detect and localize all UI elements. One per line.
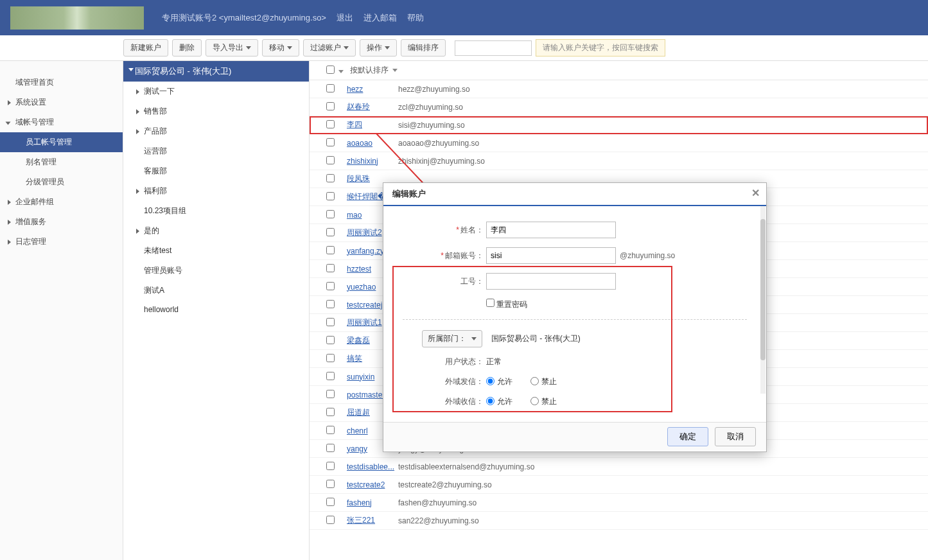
row-checkbox[interactable]: [326, 426, 347, 436]
row-checkbox[interactable]: [326, 408, 347, 418]
mail-suffix: @zhuyuming.so: [620, 251, 675, 260]
move-button[interactable]: 移动: [262, 39, 299, 57]
tree-item[interactable]: 未绪test: [123, 241, 309, 261]
nav-subitem[interactable]: 分级管理员: [0, 172, 123, 192]
row-username[interactable]: 赵春玲: [347, 101, 398, 112]
reset-pwd-checkbox[interactable]: 重置密码: [486, 299, 527, 310]
nav-item[interactable]: 增值服务: [0, 212, 123, 232]
table-row: 赵春玲zcl@zhuyuming.so: [310, 98, 928, 116]
row-checkbox[interactable]: [326, 444, 347, 454]
mail-input[interactable]: [486, 247, 616, 264]
name-label: 姓名：: [460, 225, 484, 234]
row-username[interactable]: testcreate2: [347, 480, 398, 489]
nav-item[interactable]: 域管理首页: [0, 73, 123, 92]
row-email: fashen@zhuyuming.so: [398, 498, 477, 507]
row-checkbox[interactable]: [326, 480, 347, 490]
tree-item[interactable]: 管理员账号: [123, 261, 309, 281]
select-all-checkbox[interactable]: [326, 66, 344, 76]
nav-subitem[interactable]: 别名管理: [0, 152, 123, 172]
row-checkbox[interactable]: [326, 246, 347, 256]
cancel-button[interactable]: 取消: [715, 427, 756, 446]
mail-label: 邮箱账号：: [445, 251, 484, 260]
row-checkbox[interactable]: [326, 282, 347, 292]
keyword-input[interactable]: [455, 40, 532, 56]
edit-account-dialog: 编辑账户 ✕ *姓名： *邮箱账号： @zhuyuming.so 工号： 重置密…: [383, 182, 767, 452]
row-checkbox[interactable]: [326, 354, 347, 364]
tree-header[interactable]: 国际贸易公司 - 张伟(大卫): [123, 61, 309, 82]
row-checkbox[interactable]: [326, 138, 347, 148]
recv-allow-radio[interactable]: 允许: [486, 396, 512, 407]
tree-item[interactable]: 测试A: [123, 281, 309, 301]
send-allow-radio[interactable]: 允许: [486, 376, 512, 387]
row-username[interactable]: fashenj: [347, 498, 398, 507]
row-username[interactable]: aoaoao: [347, 139, 398, 148]
row-checkbox[interactable]: [326, 318, 347, 328]
row-checkbox[interactable]: [326, 300, 347, 310]
row-checkbox[interactable]: [326, 228, 347, 238]
nav-item[interactable]: 企业邮件组: [0, 192, 123, 212]
row-checkbox[interactable]: [326, 102, 347, 112]
nav-item[interactable]: 日志管理: [0, 232, 123, 252]
row-checkbox[interactable]: [326, 156, 347, 166]
row-checkbox[interactable]: [326, 84, 347, 94]
dialog-scrollbar[interactable]: [760, 206, 766, 394]
empno-input[interactable]: [486, 273, 616, 290]
row-checkbox[interactable]: [326, 390, 347, 400]
tree-item[interactable]: 客服部: [123, 161, 309, 181]
name-input[interactable]: [486, 222, 616, 238]
nav-item[interactable]: 域帐号管理: [0, 112, 123, 132]
new-account-button[interactable]: 新建账户: [123, 39, 168, 57]
row-username[interactable]: 李四: [347, 119, 398, 130]
row-checkbox[interactable]: [326, 372, 347, 382]
edit-sort-button[interactable]: 编辑排序: [401, 39, 446, 57]
operate-button[interactable]: 操作: [360, 39, 397, 57]
toolbar: 新建账户 删除 导入导出 移动 过滤账户 操作 编辑排序 请输入账户关键字，按回…: [0, 35, 928, 61]
row-checkbox[interactable]: [326, 516, 347, 526]
table-row: hezzhezz@zhuyuming.so: [310, 80, 928, 98]
status-value: 正常: [486, 356, 502, 367]
row-username[interactable]: hezz: [347, 85, 398, 94]
close-icon[interactable]: ✕: [751, 187, 760, 199]
table-row: 李四sisi@zhuyuming.so: [310, 116, 928, 134]
sort-button[interactable]: 按默认排序: [350, 65, 398, 76]
filter-button[interactable]: 过滤账户: [303, 39, 356, 57]
tree-item[interactable]: 销售部: [123, 101, 309, 121]
nav-item[interactable]: 系统设置: [0, 92, 123, 112]
tree-item[interactable]: helloworld: [123, 301, 309, 319]
row-checkbox[interactable]: [326, 210, 347, 220]
table-row: fashenjfashen@zhuyuming.so: [310, 494, 928, 512]
tree-item[interactable]: 是的: [123, 221, 309, 241]
logo: [10, 6, 144, 30]
import-export-button[interactable]: 导入导出: [206, 39, 258, 57]
row-email: hezz@zhuyuming.so: [398, 85, 470, 94]
row-email: zhishixinj@zhuyuming.so: [398, 157, 485, 166]
row-checkbox[interactable]: [326, 462, 347, 472]
row-checkbox[interactable]: [326, 336, 347, 346]
send-forbid-radio[interactable]: 禁止: [530, 376, 557, 387]
row-username[interactable]: zhishixinj: [347, 157, 398, 166]
tree-item[interactable]: 10.23项目组: [123, 201, 309, 221]
enter-mail-link[interactable]: 进入邮箱: [363, 12, 397, 24]
tree-item[interactable]: 运营部: [123, 141, 309, 161]
tree-item[interactable]: 福利部: [123, 181, 309, 201]
status-label: 用户状态：: [445, 357, 484, 366]
help-link[interactable]: 帮助: [407, 12, 424, 24]
recv-label: 外域收信：: [445, 397, 484, 406]
dept-select[interactable]: 所属部门：: [422, 330, 482, 347]
delete-button[interactable]: 删除: [172, 39, 202, 57]
ok-button[interactable]: 确定: [667, 427, 708, 446]
row-username[interactable]: testdisablee...: [347, 462, 398, 471]
row-checkbox[interactable]: [326, 264, 347, 274]
dialog-title: 编辑账户 ✕: [383, 183, 766, 206]
row-checkbox[interactable]: [326, 498, 347, 508]
recv-forbid-radio[interactable]: 禁止: [530, 396, 557, 407]
tree-item[interactable]: 产品部: [123, 121, 309, 141]
row-checkbox[interactable]: [326, 192, 347, 202]
tree-item[interactable]: 测试一下: [123, 82, 309, 101]
nav-subitem[interactable]: 员工帐号管理: [0, 132, 123, 152]
row-email: zcl@zhuyuming.so: [398, 103, 463, 112]
row-username[interactable]: 张三221: [347, 515, 398, 526]
row-checkbox[interactable]: [326, 120, 347, 130]
row-checkbox[interactable]: [326, 174, 347, 184]
logout-link[interactable]: 退出: [337, 12, 353, 24]
